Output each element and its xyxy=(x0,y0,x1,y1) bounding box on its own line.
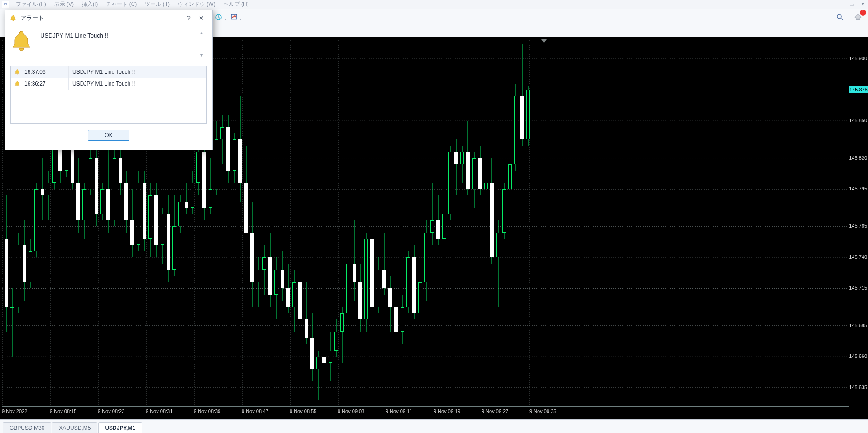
candle xyxy=(388,40,392,406)
notification-badge: 1 xyxy=(860,10,866,16)
y-tick-label: 145.740 xyxy=(849,254,867,260)
close-button[interactable]: ✕ xyxy=(857,0,868,9)
menu-item[interactable]: ヘルプ (H) xyxy=(219,0,253,8)
menu-item[interactable]: 表示 (V) xyxy=(50,0,78,8)
candle xyxy=(382,40,386,406)
candle xyxy=(298,40,302,406)
candle xyxy=(304,40,309,406)
bell-icon xyxy=(10,30,32,54)
candle xyxy=(430,40,434,406)
bell-icon xyxy=(11,81,24,87)
x-tick-label: 9 Nov 09:11 xyxy=(386,409,412,414)
dialog-close-button[interactable]: ✕ xyxy=(195,13,208,24)
candle xyxy=(286,40,291,406)
candle xyxy=(490,40,494,406)
menu-item[interactable]: ファイル (F) xyxy=(12,0,50,8)
candle xyxy=(484,40,488,406)
window-controls: — ▭ ✕ xyxy=(835,0,868,9)
candle xyxy=(472,40,477,406)
candle xyxy=(442,40,446,406)
alert-history-list: 16:37:06USDJPY M1 Line Touch !!16:36:27U… xyxy=(10,66,207,124)
candle xyxy=(346,40,350,406)
candle xyxy=(262,40,267,406)
candle xyxy=(508,40,512,406)
candle xyxy=(394,40,398,406)
x-tick-label: 9 Nov 09:27 xyxy=(482,409,508,414)
x-tick-label: 9 Nov 08:31 xyxy=(146,409,172,414)
current-price-label: 145.875 xyxy=(849,86,868,93)
dialog-scrollbar[interactable]: ▴▾ xyxy=(200,30,207,57)
candle xyxy=(238,40,243,406)
candle xyxy=(436,40,440,406)
menu-item[interactable]: 挿入(I) xyxy=(78,0,102,8)
maximize-button[interactable]: ▭ xyxy=(846,0,857,9)
chart-tab[interactable]: USDJPY,M1 xyxy=(98,422,142,433)
chart-tab[interactable]: XAUUSD,M5 xyxy=(52,422,97,433)
y-tick-label: 145.765 xyxy=(849,223,867,228)
y-tick-label: 145.715 xyxy=(849,285,867,290)
candle xyxy=(334,40,339,406)
periodicity-button[interactable] xyxy=(215,11,228,24)
menu-item[interactable]: ツール (T) xyxy=(141,0,174,8)
ok-button[interactable]: OK xyxy=(88,130,129,141)
candle xyxy=(400,40,405,406)
candle xyxy=(424,40,429,406)
templates-button[interactable] xyxy=(230,11,243,24)
dialog-title: アラート xyxy=(20,14,44,22)
notifications-button[interactable]: 1 xyxy=(852,11,864,24)
x-tick-label: 9 Nov 2022 xyxy=(2,409,27,414)
search-button[interactable] xyxy=(834,11,846,24)
y-tick-label: 145.635 xyxy=(849,385,867,390)
candle xyxy=(340,40,344,406)
candle xyxy=(256,40,261,406)
candle xyxy=(460,40,464,406)
alert-time: 16:36:27 xyxy=(24,78,69,90)
candle xyxy=(496,40,501,406)
candle xyxy=(466,40,470,406)
candle xyxy=(292,40,296,406)
candle xyxy=(358,40,362,406)
y-tick-label: 145.660 xyxy=(849,353,867,359)
alert-time: 16:37:06 xyxy=(24,66,69,78)
alert-text: USDJPY M1 Line Touch !! xyxy=(69,81,206,87)
y-tick-label: 145.685 xyxy=(849,323,867,328)
dialog-titlebar[interactable]: アラート ? ✕ xyxy=(5,10,212,26)
candle xyxy=(526,40,530,406)
candle xyxy=(520,40,525,406)
candle xyxy=(244,40,248,406)
alert-dialog: アラート ? ✕ USDJPY M1 Line Touch !! ▴▾ 16:3… xyxy=(5,10,213,150)
x-tick-label: 9 Nov 09:03 xyxy=(338,409,364,414)
price-axis: 145.900145.875145.850145.820145.795145.7… xyxy=(849,40,868,407)
minimize-button[interactable]: — xyxy=(835,0,846,9)
alert-history-row[interactable]: 16:36:27USDJPY M1 Line Touch !! xyxy=(11,78,206,90)
x-tick-label: 9 Nov 08:23 xyxy=(98,409,124,414)
y-tick-label: 145.820 xyxy=(849,155,867,161)
candle xyxy=(274,40,278,406)
candle xyxy=(310,40,315,406)
candle xyxy=(418,40,422,406)
chart-shift-marker xyxy=(541,39,547,46)
candle xyxy=(412,40,416,406)
candle xyxy=(214,40,219,406)
y-tick-label: 145.900 xyxy=(849,56,867,61)
candle xyxy=(226,40,230,406)
menu-item[interactable]: チャート (C) xyxy=(102,0,141,8)
menu-item[interactable]: ウィンドウ (W) xyxy=(174,0,219,8)
dialog-help-button[interactable]: ? xyxy=(182,13,195,24)
chart-tab[interactable]: GBPUSD,M30 xyxy=(3,422,51,433)
x-tick-label: 9 Nov 08:39 xyxy=(194,409,220,414)
alert-history-row[interactable]: 16:37:06USDJPY M1 Line Touch !! xyxy=(11,66,206,78)
candle xyxy=(376,40,381,406)
candle xyxy=(220,40,224,406)
candle xyxy=(502,40,506,406)
candle xyxy=(250,40,254,406)
candle xyxy=(514,40,518,406)
time-axis: 9 Nov 20229 Nov 08:159 Nov 08:239 Nov 08… xyxy=(2,407,849,419)
candle xyxy=(232,40,237,406)
candle xyxy=(322,40,326,406)
alert-text: USDJPY M1 Line Touch !! xyxy=(69,69,206,75)
candle xyxy=(316,40,320,406)
x-tick-label: 9 Nov 08:15 xyxy=(50,409,76,414)
x-tick-label: 9 Nov 08:55 xyxy=(290,409,316,414)
candle xyxy=(406,40,410,406)
